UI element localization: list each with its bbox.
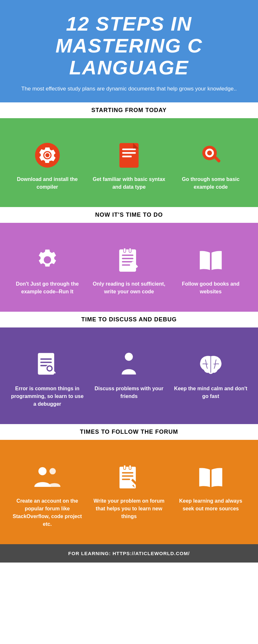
svg-rect-24 — [40, 362, 52, 363]
step-5-text: Only reading is not sufficient, write yo… — [92, 280, 166, 296]
svg-rect-14 — [122, 255, 133, 256]
svg-rect-7 — [122, 156, 132, 157]
gear-red-icon — [33, 141, 62, 170]
step-6-text: Follow good books and websites — [174, 280, 247, 296]
svg-rect-19 — [129, 248, 131, 252]
notepad-pen-icon — [114, 245, 144, 274]
section-darkpurple-label: Time To Discuss And Debug — [0, 312, 258, 327]
step-4: Don't Just go through the example code--… — [11, 245, 84, 296]
step-10: Create an account on the popular forum l… — [11, 462, 84, 528]
page-subtitle: The most effective study plans are dynam… — [19, 85, 239, 93]
section-orange: Create an account on the popular forum l… — [0, 440, 258, 544]
step-5: Only reading is not sufficient, write yo… — [92, 245, 166, 296]
magnify-red-icon — [196, 141, 225, 170]
step-1: Download and install the compiler — [11, 141, 84, 191]
notepad-check-icon — [114, 462, 144, 491]
svg-point-3 — [46, 154, 49, 157]
step-2-text: Get familiar with basic syntax and data … — [92, 175, 166, 191]
page-header: 12 Steps in Mastering C Language The mos… — [0, 0, 258, 102]
step-9-text: Keep the mind calm and don't go fast — [174, 385, 247, 400]
document-red-icon — [114, 141, 144, 170]
users-icon — [33, 462, 62, 491]
footer: FOR LEARNING: HTTPS://ATICLEWORLD.COM/ — [0, 544, 258, 563]
section-green-label: Starting From Today — [0, 102, 258, 118]
step-3: Go through some basic example code — [174, 141, 247, 191]
svg-rect-33 — [122, 472, 133, 473]
section-darkpurple: Error is common things in programming, s… — [0, 327, 258, 424]
svg-rect-5 — [122, 148, 136, 150]
step-12-text: Keep learning and always seek out more s… — [174, 497, 247, 513]
svg-rect-21 — [210, 252, 212, 270]
section-purple: Don't Just go through the example code--… — [0, 223, 258, 312]
svg-rect-18 — [124, 248, 126, 252]
step-7-text: Error is common things in programming, s… — [11, 385, 84, 408]
step-1-text: Download and install the compiler — [11, 175, 84, 191]
svg-rect-15 — [122, 258, 133, 259]
step-3-text: Go through some basic example code — [174, 175, 247, 191]
step-6: Follow good books and websites — [174, 245, 247, 296]
step-11: Write your problem on forum that helps y… — [92, 462, 166, 520]
svg-point-30 — [38, 467, 46, 475]
svg-point-27 — [47, 366, 51, 370]
svg-point-12 — [44, 256, 51, 263]
svg-rect-39 — [210, 469, 212, 487]
section-orange-label: Times To Follow The Forum — [0, 424, 258, 440]
svg-rect-13 — [120, 250, 136, 271]
section-purple-label: Now It's Time To Do — [0, 207, 258, 223]
gear-white-icon — [33, 245, 62, 274]
footer-text: FOR LEARNING: HTTPS://ATICLEWORLD.COM/ — [68, 551, 190, 556]
step-12: Keep learning and always seek out more s… — [174, 462, 247, 513]
person-icon — [114, 350, 144, 379]
step-9: Keep the mind calm and don't go fast — [174, 350, 247, 400]
doc-search-icon — [33, 350, 62, 379]
svg-rect-23 — [40, 358, 52, 360]
svg-point-10 — [207, 150, 212, 155]
svg-point-29 — [125, 353, 133, 361]
step-8: Discuss problems with your friends — [92, 350, 166, 400]
svg-rect-16 — [122, 261, 133, 262]
svg-rect-17 — [122, 264, 130, 266]
book-open-icon — [196, 462, 225, 491]
svg-rect-6 — [122, 152, 136, 154]
book-white-icon — [196, 245, 225, 274]
svg-rect-35 — [122, 479, 130, 480]
brain-icon — [196, 350, 225, 379]
svg-rect-37 — [129, 465, 131, 469]
section-green: Download and install the compiler Get fa… — [0, 118, 258, 207]
page-title: 12 Steps in Mastering C Language — [19, 13, 239, 79]
step-10-text: Create an account on the popular forum l… — [11, 497, 84, 528]
step-2: Get familiar with basic syntax and data … — [92, 141, 166, 191]
step-4-text: Don't Just go through the example code--… — [11, 280, 84, 296]
svg-rect-36 — [124, 465, 126, 469]
svg-rect-34 — [122, 475, 133, 477]
svg-rect-11 — [213, 156, 221, 163]
step-8-text: Discuss problems with your friends — [92, 385, 166, 400]
svg-point-31 — [49, 468, 56, 475]
step-7: Error is common things in programming, s… — [11, 350, 84, 408]
step-11-text: Write your problem on forum that helps y… — [92, 497, 166, 520]
